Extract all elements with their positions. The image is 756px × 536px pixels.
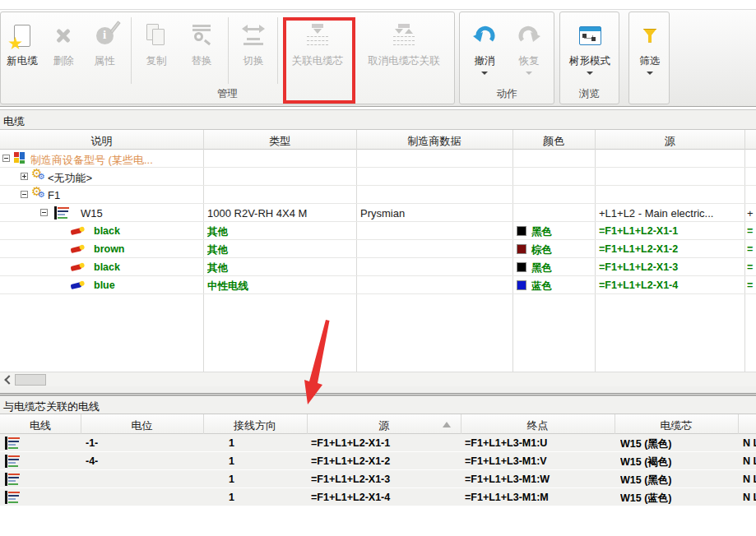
column-header-destination[interactable]: 终点 (461, 414, 615, 434)
delete-button[interactable]: 删除 (44, 16, 82, 68)
tree-row-cable-w15[interactable]: W15 1000 R2V-RH 4X4 M Prysmian +L1+L2 - … (0, 204, 756, 222)
switch-icon (242, 16, 265, 54)
wire-core-icon (70, 243, 86, 256)
function-icon: ⚙⚙ (31, 187, 46, 201)
filter-button[interactable]: 筛选 (633, 16, 667, 75)
ribbon-group-filter: 筛选 (628, 12, 670, 104)
new-cable-label: 新电缆 (7, 54, 38, 68)
wire-row-3[interactable]: 1 =F1+L1+L2-X1-3 =F1+L1+L3-M1:W W15 (黑色)… (0, 470, 756, 488)
filter-icon (643, 16, 657, 54)
new-cable-button[interactable]: 新电缆 (2, 16, 43, 68)
function-icon: ⚙⚙ (31, 169, 46, 183)
copy-icon (146, 16, 166, 54)
replace-icon (191, 16, 212, 54)
ribbon: 新电缆 删除 属性 复制 替换 (0, 9, 756, 107)
switch-button[interactable]: 切换 (233, 16, 274, 68)
wire-row-1[interactable]: -1- 1 =F1+L1+L2-X1-1 =F1+L1+L3-M1:U W15 … (0, 434, 756, 452)
wire-icon (5, 455, 21, 468)
group-label-browse: 浏览 (560, 87, 619, 101)
collapse-expander[interactable] (40, 209, 48, 216)
column-header-manufacturer[interactable]: 制造商数据 (356, 130, 513, 150)
tree-mode-icon (579, 16, 601, 54)
ribbon-separator (228, 17, 229, 84)
device-model-icon (14, 152, 26, 164)
group-label-manage: 管理 (1, 87, 454, 101)
column-header-source[interactable]: 源 (595, 130, 744, 150)
tree-row-core-brown[interactable]: brown 其他 棕色 =F1+L1+L2-X1-2 = (0, 240, 756, 258)
wire-icon (5, 437, 21, 450)
annotation-highlight-box (283, 17, 355, 104)
undo-dropdown-arrow[interactable] (481, 72, 488, 75)
undo-icon (471, 16, 498, 54)
group-label-action: 动作 (460, 87, 554, 101)
filter-dropdown-arrow[interactable] (647, 72, 653, 75)
unassociate-cores-button[interactable]: 取消电缆芯关联 (355, 16, 453, 68)
new-cable-icon (14, 16, 30, 54)
wire-icon (5, 491, 21, 504)
delete-icon (53, 16, 73, 54)
panel-splitter[interactable] (0, 386, 756, 395)
undo-button[interactable]: 撤消 (463, 16, 506, 75)
unassociate-cores-icon (392, 16, 416, 54)
wire-row-2[interactable]: -4- 1 =F1+L1+L2-X1-2 =F1+L1+L3-M1:V W15 … (0, 452, 756, 470)
properties-button[interactable]: 属性 (84, 16, 125, 68)
ribbon-group-browse: 树形模式 浏览 (559, 12, 619, 104)
column-header-color[interactable]: 颜色 (513, 130, 595, 150)
wire-core-icon (70, 279, 86, 292)
column-header-cable-core[interactable]: 电缆芯 (615, 414, 738, 434)
tree-row-no-function[interactable]: ⚙⚙ <无功能> (0, 168, 756, 186)
sort-ascending-icon (443, 422, 451, 427)
column-header-wire-source[interactable]: 源 (307, 414, 461, 434)
cable-table-header: 说明 类型 制造商数据 颜色 源 (0, 130, 756, 150)
collapse-expander[interactable] (21, 191, 28, 198)
cable-panel-title: 电缆 (0, 109, 756, 130)
ribbon-group-manage: 新电缆 删除 属性 复制 替换 (0, 12, 455, 104)
ribbon-separator (277, 17, 278, 84)
wire-icon (5, 473, 21, 486)
color-swatch (517, 244, 526, 254)
wire-core-icon (70, 224, 86, 238)
replace-button[interactable]: 替换 (180, 16, 223, 68)
tree-mode-button[interactable]: 树形模式 (563, 16, 617, 75)
wires-table-header: 电线 电位 接线方向 源 终点 电缆芯 (0, 414, 756, 434)
column-header-direction[interactable]: 接线方向 (203, 414, 307, 434)
ribbon-separator (131, 17, 132, 84)
column-header-description[interactable]: 说明 (0, 130, 203, 150)
properties-icon (96, 16, 114, 54)
tree-row-core-black-1[interactable]: black 其他 黑色 =F1+L1+L2-X1-1 = (0, 222, 756, 240)
wire-row-4[interactable]: 1 =F1+L1+L2-X1-4 =F1+L1+L3-M1:M W15 (蓝色)… (0, 488, 756, 506)
cable-icon (54, 206, 70, 219)
scrollbar-thumb[interactable] (15, 374, 46, 386)
color-swatch (517, 226, 526, 236)
color-swatch (517, 262, 526, 272)
column-header-type[interactable]: 类型 (203, 130, 356, 150)
color-swatch (517, 280, 526, 290)
redo-button[interactable]: 恢复 (508, 16, 550, 75)
redo-icon (516, 16, 542, 54)
tree-row-f1[interactable]: ⚙⚙ F1 (0, 186, 756, 204)
tree-row-manufacturer-model[interactable]: 制造商设备型号 (某些电... (0, 150, 756, 168)
tree-row-core-black-2[interactable]: black 其他 黑色 =F1+L1+L2-X1-3 = (0, 258, 756, 276)
ribbon-group-action: 撤消 恢复 动作 (459, 12, 554, 104)
column-header-potential[interactable]: 电位 (81, 414, 203, 434)
collapse-expander[interactable] (2, 155, 10, 162)
redo-dropdown-arrow[interactable] (526, 72, 532, 75)
scroll-left-button[interactable] (0, 372, 14, 386)
expand-expander[interactable] (21, 173, 28, 180)
wire-core-icon (70, 261, 86, 274)
copy-button[interactable]: 复制 (136, 16, 177, 68)
horizontal-scrollbar[interactable] (0, 372, 756, 386)
tree-row-core-blue[interactable]: blue 中性电线 蓝色 =F1+L1+L2-X1-4 = (0, 276, 756, 294)
wires-panel-title: 与电缆芯关联的电线 (0, 395, 756, 414)
column-header-wire[interactable]: 电线 (0, 414, 81, 434)
tree-mode-dropdown-arrow[interactable] (587, 72, 593, 75)
